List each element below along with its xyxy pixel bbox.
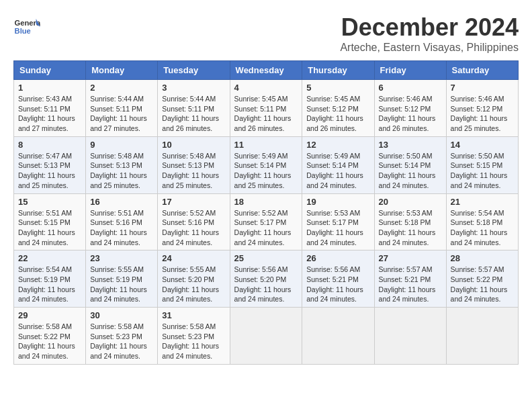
day-number: 24 bbox=[162, 253, 225, 263]
calendar-cell: 7Sunrise: 5:46 AM Sunset: 5:12 PM Daylig… bbox=[446, 80, 518, 137]
day-info: Sunrise: 5:55 AM Sunset: 5:19 PM Dayligh… bbox=[90, 265, 153, 304]
day-number: 11 bbox=[234, 140, 298, 150]
calendar-cell: 19Sunrise: 5:53 AM Sunset: 5:17 PM Dayli… bbox=[302, 193, 374, 250]
day-info: Sunrise: 5:50 AM Sunset: 5:14 PM Dayligh… bbox=[379, 151, 442, 191]
day-number: 19 bbox=[306, 197, 369, 207]
day-number: 23 bbox=[90, 253, 153, 263]
day-info: Sunrise: 5:49 AM Sunset: 5:14 PM Dayligh… bbox=[306, 151, 369, 191]
day-number: 21 bbox=[451, 197, 514, 207]
day-number: 6 bbox=[379, 83, 442, 93]
calendar-week-row: 29Sunrise: 5:58 AM Sunset: 5:22 PM Dayli… bbox=[14, 308, 519, 365]
calendar-cell: 26Sunrise: 5:56 AM Sunset: 5:21 PM Dayli… bbox=[302, 250, 374, 308]
page-header: General Blue December 2024 Arteche, East… bbox=[13, 13, 519, 54]
day-number: 7 bbox=[451, 83, 514, 93]
day-number: 4 bbox=[234, 83, 298, 93]
day-number: 2 bbox=[90, 83, 153, 93]
calendar-week-row: 22Sunrise: 5:54 AM Sunset: 5:19 PM Dayli… bbox=[14, 250, 519, 308]
calendar-cell: 11Sunrise: 5:49 AM Sunset: 5:14 PM Dayli… bbox=[230, 136, 302, 193]
calendar-cell: 31Sunrise: 5:58 AM Sunset: 5:23 PM Dayli… bbox=[158, 308, 230, 365]
day-number: 5 bbox=[306, 83, 369, 93]
calendar-cell: 3Sunrise: 5:44 AM Sunset: 5:11 PM Daylig… bbox=[158, 80, 230, 137]
day-number: 8 bbox=[18, 140, 81, 150]
calendar-cell: 28Sunrise: 5:57 AM Sunset: 5:22 PM Dayli… bbox=[446, 250, 518, 308]
day-number: 17 bbox=[162, 197, 225, 207]
calendar-cell bbox=[302, 308, 374, 365]
day-info: Sunrise: 5:52 AM Sunset: 5:16 PM Dayligh… bbox=[162, 208, 225, 248]
day-number: 30 bbox=[90, 310, 153, 320]
day-info: Sunrise: 5:47 AM Sunset: 5:13 PM Dayligh… bbox=[18, 151, 81, 191]
weekday-header-tuesday: Tuesday bbox=[158, 61, 230, 80]
day-info: Sunrise: 5:51 AM Sunset: 5:16 PM Dayligh… bbox=[90, 208, 153, 248]
svg-text:Blue: Blue bbox=[15, 27, 31, 35]
calendar-cell: 13Sunrise: 5:50 AM Sunset: 5:14 PM Dayli… bbox=[374, 136, 446, 193]
calendar-cell: 20Sunrise: 5:53 AM Sunset: 5:18 PM Dayli… bbox=[374, 193, 446, 250]
day-info: Sunrise: 5:46 AM Sunset: 5:12 PM Dayligh… bbox=[451, 94, 514, 134]
calendar-cell: 1Sunrise: 5:43 AM Sunset: 5:11 PM Daylig… bbox=[14, 80, 86, 137]
day-number: 20 bbox=[379, 197, 442, 207]
calendar-cell: 23Sunrise: 5:55 AM Sunset: 5:19 PM Dayli… bbox=[86, 250, 158, 308]
weekday-header-wednesday: Wednesday bbox=[230, 61, 302, 80]
day-info: Sunrise: 5:48 AM Sunset: 5:13 PM Dayligh… bbox=[90, 151, 153, 191]
day-info: Sunrise: 5:56 AM Sunset: 5:21 PM Dayligh… bbox=[306, 265, 369, 304]
calendar-cell: 22Sunrise: 5:54 AM Sunset: 5:19 PM Dayli… bbox=[14, 250, 86, 308]
day-number: 10 bbox=[162, 140, 225, 150]
day-info: Sunrise: 5:58 AM Sunset: 5:23 PM Dayligh… bbox=[90, 322, 153, 361]
day-number: 28 bbox=[451, 253, 514, 263]
day-number: 25 bbox=[234, 253, 298, 263]
calendar-cell: 10Sunrise: 5:48 AM Sunset: 5:13 PM Dayli… bbox=[158, 136, 230, 193]
day-info: Sunrise: 5:53 AM Sunset: 5:17 PM Dayligh… bbox=[306, 208, 369, 248]
calendar-cell: 16Sunrise: 5:51 AM Sunset: 5:16 PM Dayli… bbox=[86, 193, 158, 250]
day-info: Sunrise: 5:54 AM Sunset: 5:19 PM Dayligh… bbox=[18, 265, 81, 304]
calendar-cell: 2Sunrise: 5:44 AM Sunset: 5:11 PM Daylig… bbox=[86, 80, 158, 137]
day-number: 16 bbox=[90, 197, 153, 207]
calendar-cell bbox=[230, 308, 302, 365]
calendar-cell: 25Sunrise: 5:56 AM Sunset: 5:20 PM Dayli… bbox=[230, 250, 302, 308]
calendar-cell: 9Sunrise: 5:48 AM Sunset: 5:13 PM Daylig… bbox=[86, 136, 158, 193]
day-info: Sunrise: 5:45 AM Sunset: 5:12 PM Dayligh… bbox=[306, 94, 369, 134]
calendar-cell: 5Sunrise: 5:45 AM Sunset: 5:12 PM Daylig… bbox=[302, 80, 374, 137]
day-info: Sunrise: 5:53 AM Sunset: 5:18 PM Dayligh… bbox=[379, 208, 442, 248]
day-info: Sunrise: 5:58 AM Sunset: 5:23 PM Dayligh… bbox=[162, 322, 225, 361]
day-number: 29 bbox=[18, 310, 81, 320]
calendar-cell: 24Sunrise: 5:55 AM Sunset: 5:20 PM Dayli… bbox=[158, 250, 230, 308]
logo-icon: General Blue bbox=[13, 13, 40, 40]
day-number: 27 bbox=[379, 253, 442, 263]
day-info: Sunrise: 5:48 AM Sunset: 5:13 PM Dayligh… bbox=[162, 151, 225, 191]
day-info: Sunrise: 5:49 AM Sunset: 5:14 PM Dayligh… bbox=[234, 151, 298, 191]
calendar-cell: 17Sunrise: 5:52 AM Sunset: 5:16 PM Dayli… bbox=[158, 193, 230, 250]
calendar-cell: 15Sunrise: 5:51 AM Sunset: 5:15 PM Dayli… bbox=[14, 193, 86, 250]
day-info: Sunrise: 5:45 AM Sunset: 5:11 PM Dayligh… bbox=[234, 94, 298, 134]
day-info: Sunrise: 5:44 AM Sunset: 5:11 PM Dayligh… bbox=[90, 94, 153, 134]
calendar-cell: 30Sunrise: 5:58 AM Sunset: 5:23 PM Dayli… bbox=[86, 308, 158, 365]
day-number: 14 bbox=[451, 140, 514, 150]
title-block: December 2024 Arteche, Eastern Visayas, … bbox=[340, 13, 519, 54]
day-info: Sunrise: 5:55 AM Sunset: 5:20 PM Dayligh… bbox=[162, 265, 225, 304]
calendar-week-row: 1Sunrise: 5:43 AM Sunset: 5:11 PM Daylig… bbox=[14, 80, 519, 137]
month-year-title: December 2024 bbox=[340, 13, 519, 42]
day-info: Sunrise: 5:56 AM Sunset: 5:20 PM Dayligh… bbox=[234, 265, 298, 304]
day-info: Sunrise: 5:46 AM Sunset: 5:12 PM Dayligh… bbox=[379, 94, 442, 134]
day-number: 3 bbox=[162, 83, 225, 93]
calendar-cell: 4Sunrise: 5:45 AM Sunset: 5:11 PM Daylig… bbox=[230, 80, 302, 137]
calendar-cell: 12Sunrise: 5:49 AM Sunset: 5:14 PM Dayli… bbox=[302, 136, 374, 193]
day-info: Sunrise: 5:57 AM Sunset: 5:22 PM Dayligh… bbox=[451, 265, 514, 304]
day-info: Sunrise: 5:50 AM Sunset: 5:15 PM Dayligh… bbox=[451, 151, 514, 191]
calendar-cell: 8Sunrise: 5:47 AM Sunset: 5:13 PM Daylig… bbox=[14, 136, 86, 193]
day-info: Sunrise: 5:58 AM Sunset: 5:22 PM Dayligh… bbox=[18, 322, 81, 361]
day-number: 15 bbox=[18, 197, 81, 207]
day-info: Sunrise: 5:57 AM Sunset: 5:21 PM Dayligh… bbox=[379, 265, 442, 304]
weekday-header-thursday: Thursday bbox=[302, 61, 374, 80]
day-number: 13 bbox=[379, 140, 442, 150]
weekday-header-saturday: Saturday bbox=[446, 61, 518, 80]
location-subtitle: Arteche, Eastern Visayas, Philippines bbox=[340, 42, 519, 54]
day-info: Sunrise: 5:52 AM Sunset: 5:17 PM Dayligh… bbox=[234, 208, 298, 248]
calendar-week-row: 15Sunrise: 5:51 AM Sunset: 5:15 PM Dayli… bbox=[14, 193, 519, 250]
day-info: Sunrise: 5:43 AM Sunset: 5:11 PM Dayligh… bbox=[18, 94, 81, 134]
day-number: 12 bbox=[306, 140, 369, 150]
weekday-header-row: SundayMondayTuesdayWednesdayThursdayFrid… bbox=[14, 61, 519, 80]
day-number: 31 bbox=[162, 310, 225, 320]
day-info: Sunrise: 5:54 AM Sunset: 5:18 PM Dayligh… bbox=[451, 208, 514, 248]
day-info: Sunrise: 5:44 AM Sunset: 5:11 PM Dayligh… bbox=[162, 94, 225, 134]
calendar-cell: 14Sunrise: 5:50 AM Sunset: 5:15 PM Dayli… bbox=[446, 136, 518, 193]
logo: General Blue bbox=[13, 13, 43, 40]
